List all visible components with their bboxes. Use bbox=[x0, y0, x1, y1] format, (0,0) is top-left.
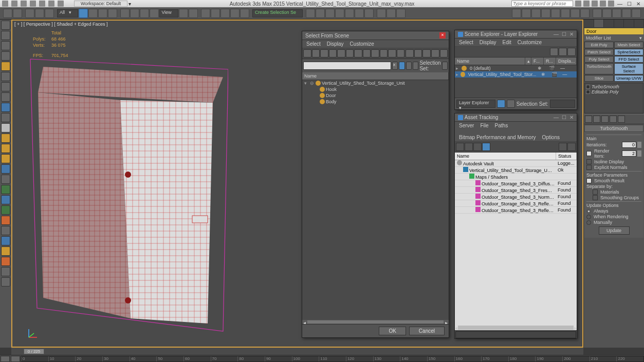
ffd-select-button[interactable]: FFD Select bbox=[614, 56, 643, 63]
patch-select-button[interactable]: Patch Select bbox=[584, 49, 614, 55]
highlight-button[interactable] bbox=[559, 143, 567, 151]
tree-item[interactable]: Hook bbox=[326, 87, 337, 92]
tree-item[interactable]: Door bbox=[326, 93, 336, 98]
schematic-button[interactable] bbox=[355, 9, 364, 18]
display-tree-button[interactable] bbox=[414, 49, 422, 58]
manip-button[interactable] bbox=[189, 9, 198, 18]
spline-select-button[interactable]: SplineSelect bbox=[614, 49, 643, 55]
settings-button[interactable] bbox=[567, 143, 576, 151]
filter-warp-button[interactable] bbox=[354, 49, 362, 58]
utilities-tab[interactable] bbox=[634, 20, 645, 27]
update-button[interactable]: Update bbox=[599, 226, 630, 235]
options-menu[interactable]: Options bbox=[542, 135, 560, 140]
star-icon[interactable] bbox=[583, 1, 590, 7]
when-rendering-radio[interactable] bbox=[586, 215, 591, 219]
rendered-frame-button[interactable] bbox=[387, 9, 396, 18]
filter-xref-button[interactable] bbox=[371, 49, 379, 58]
lock-filter-button[interactable] bbox=[399, 62, 404, 70]
ribbon-button[interactable] bbox=[335, 9, 344, 18]
asset-row[interactable]: Autodesk VaultLogge... bbox=[455, 160, 577, 167]
render-iters-spinner[interactable]: 2 bbox=[622, 150, 636, 157]
add-layer-button[interactable] bbox=[559, 48, 567, 56]
object-name-field[interactable]: Door bbox=[584, 28, 643, 34]
isoline-checkbox[interactable] bbox=[586, 159, 592, 164]
modifier-stack[interactable]: TurboSmooth Editable Poly bbox=[584, 83, 643, 113]
clear-filter-button[interactable]: × bbox=[392, 62, 398, 70]
modify-tab[interactable] bbox=[594, 20, 604, 27]
close-icon[interactable]: × bbox=[439, 32, 446, 39]
question-icon[interactable] bbox=[608, 1, 614, 7]
filter-camera-button[interactable] bbox=[337, 49, 345, 58]
spinner-arrows-icon[interactable] bbox=[637, 142, 641, 148]
new-icon[interactable] bbox=[11, 1, 17, 7]
mesh-select-button[interactable]: Mesh Select bbox=[614, 42, 643, 48]
link-icon[interactable] bbox=[58, 1, 64, 7]
close-icon[interactable]: ✕ bbox=[569, 115, 574, 120]
viewport-label[interactable]: [ + ] [ Perspective ] [ Shaded + Edged F… bbox=[14, 22, 108, 27]
teapot-icon[interactable] bbox=[622, 9, 631, 18]
keyboard-button[interactable] bbox=[201, 9, 210, 18]
poly-select-button[interactable]: Poly Select bbox=[584, 56, 614, 63]
camera-button[interactable] bbox=[1, 164, 10, 174]
filter-all-button[interactable] bbox=[303, 49, 311, 58]
slice-button[interactable]: Slice bbox=[584, 75, 614, 82]
filter-frozen-button[interactable] bbox=[397, 49, 405, 58]
opt1-button[interactable] bbox=[1, 82, 10, 91]
select-by-name-button[interactable] bbox=[88, 9, 98, 18]
expand-button[interactable] bbox=[413, 62, 418, 70]
materials-checkbox[interactable] bbox=[593, 189, 598, 195]
server-menu[interactable]: Server bbox=[459, 123, 474, 128]
select-menu[interactable]: Select bbox=[306, 41, 321, 47]
opt11-button[interactable] bbox=[1, 205, 10, 215]
display-flat-button[interactable] bbox=[406, 49, 414, 58]
link-button[interactable] bbox=[25, 9, 34, 18]
filter-group-button[interactable] bbox=[363, 49, 371, 58]
opt15-button[interactable] bbox=[1, 246, 10, 256]
minimize-icon[interactable]: — bbox=[554, 115, 559, 120]
maximize-button[interactable]: ☐ bbox=[625, 1, 633, 7]
maximize-icon[interactable]: ☐ bbox=[562, 115, 566, 120]
curve-editor-button[interactable] bbox=[345, 9, 354, 18]
display-tab[interactable] bbox=[624, 20, 634, 27]
toggle-panel-button[interactable] bbox=[1, 21, 10, 30]
close-icon[interactable]: ✕ bbox=[569, 31, 574, 37]
name-column-header[interactable]: Name bbox=[302, 72, 449, 80]
snap-percent-button[interactable] bbox=[230, 9, 240, 18]
filter-light-button[interactable] bbox=[329, 49, 337, 58]
redo-icon[interactable] bbox=[48, 1, 54, 7]
unique-button[interactable] bbox=[601, 116, 609, 123]
filter-helper-button[interactable] bbox=[346, 49, 354, 58]
options-button[interactable] bbox=[440, 49, 448, 58]
asset-row[interactable]: Vertical_Utility_Shed_Tool_Storage_Unit_… bbox=[455, 167, 577, 174]
table-view-button[interactable] bbox=[482, 143, 490, 151]
named-selection-combo[interactable]: Create Selection Se bbox=[252, 9, 303, 17]
bitmap-menu[interactable]: Bitmap Performance and Memory bbox=[459, 135, 536, 140]
placement-button[interactable] bbox=[150, 9, 159, 18]
snap-angle-button[interactable] bbox=[220, 9, 230, 18]
render-setup-button[interactable] bbox=[377, 9, 386, 18]
minimize-button[interactable]: — bbox=[616, 1, 623, 7]
delete-layer-button[interactable] bbox=[550, 48, 558, 56]
explorer-opt1-button[interactable] bbox=[497, 100, 505, 108]
filter-bone-button[interactable] bbox=[380, 49, 388, 58]
display-menu[interactable]: Display bbox=[327, 41, 344, 47]
minimize-icon[interactable]: — bbox=[554, 31, 559, 37]
opt8-button[interactable] bbox=[1, 175, 10, 184]
filter-shape-button[interactable] bbox=[320, 49, 328, 58]
scale-button[interactable] bbox=[140, 9, 149, 18]
create-tab[interactable] bbox=[584, 20, 594, 27]
selection-button[interactable] bbox=[1, 51, 10, 61]
expand-icon[interactable]: ▸ bbox=[456, 66, 461, 71]
chevron-down-icon[interactable]: ▾ bbox=[128, 1, 131, 7]
name-column[interactable]: Name bbox=[455, 153, 556, 160]
smooth-result-checkbox[interactable] bbox=[586, 178, 592, 183]
select-menu[interactable]: Select bbox=[459, 40, 473, 45]
workspace-dropdown[interactable]: Workspace: Default bbox=[74, 1, 127, 7]
file-menu[interactable]: File bbox=[480, 123, 488, 128]
opt16-button[interactable] bbox=[1, 257, 10, 266]
vertex-button[interactable] bbox=[551, 9, 560, 18]
motion-tab[interactable] bbox=[614, 20, 624, 27]
asset-row[interactable]: Outdoor_Storage_Shed_3_Reflect_glossin..… bbox=[455, 207, 577, 214]
pivot-button[interactable] bbox=[179, 9, 188, 18]
explorer-combo[interactable]: Layer Explorer ▾ bbox=[456, 100, 495, 108]
